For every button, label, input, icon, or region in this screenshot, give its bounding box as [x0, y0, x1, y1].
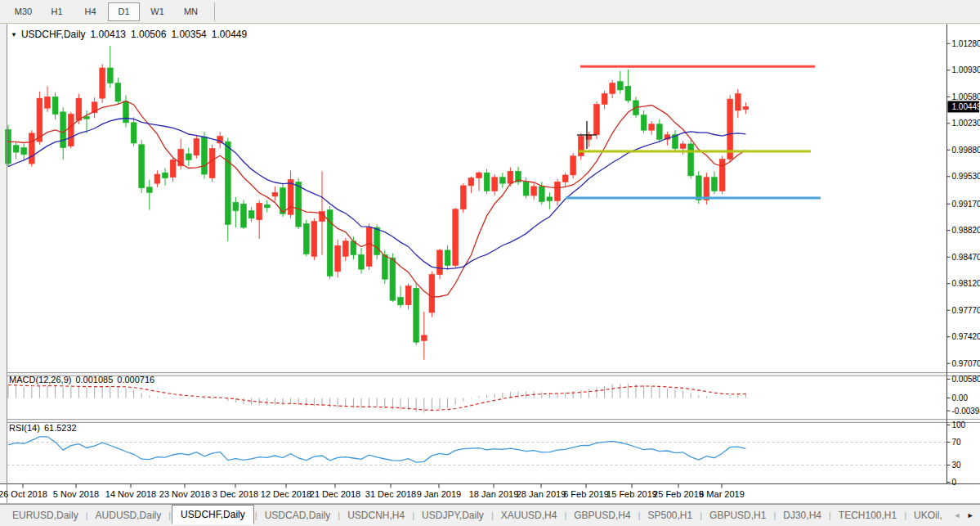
- candle-bull: [288, 180, 293, 215]
- candle-bull: [649, 124, 655, 130]
- symbol-tab-dj30-h4[interactable]: DJ30,H4: [776, 507, 828, 524]
- tab-scroll-left-icon[interactable]: ◄: [953, 505, 960, 526]
- candle-bull: [571, 156, 576, 175]
- symbol-tab-tech100-h1[interactable]: TECH100,H1: [832, 507, 903, 524]
- price-axis-label: 0.99530: [952, 172, 980, 181]
- macd-signal-value: 0.000716: [117, 375, 154, 384]
- candle-bull: [366, 227, 372, 266]
- candle-bear: [641, 115, 647, 131]
- symbol-tab-sp500-h1[interactable]: SP500,H1: [642, 507, 700, 524]
- date-axis-label: 3 Dec 2018: [213, 489, 258, 499]
- rsi-name: RSI(14): [9, 423, 40, 433]
- candle-bull: [727, 99, 733, 159]
- candle-bear: [60, 112, 66, 148]
- candle-bull: [578, 137, 584, 156]
- candle-bull: [437, 250, 443, 275]
- mt4-window: { "toolbar": { "timeframes": [ {"label":…: [0, 0, 980, 526]
- candle-bull: [508, 171, 513, 183]
- candle-bear: [13, 146, 19, 152]
- symbol-tab-usdjpy-daily[interactable]: USDJPY,Daily: [415, 507, 490, 524]
- candle-bull: [594, 105, 600, 135]
- symbol-tab-gbpusd-h4[interactable]: GBPUSD,H4: [567, 507, 637, 524]
- price-axis-label: 1.01280: [952, 39, 980, 48]
- candle-bull: [421, 335, 427, 341]
- candle-bear: [202, 137, 208, 175]
- candle-bull: [735, 94, 741, 110]
- candle-bear: [688, 144, 694, 176]
- date-axis-label: 9 Jan 2019: [417, 489, 461, 499]
- price-axis-label: 0.99170: [952, 200, 980, 209]
- candle-bear: [523, 182, 529, 196]
- candle-bull: [311, 222, 317, 257]
- candle-bear: [625, 86, 631, 101]
- symbol-tab-gbpusd-h1[interactable]: GBPUSD,H1: [703, 507, 772, 524]
- candle-bull: [477, 173, 482, 178]
- date-axis-label: 28 Jan 2019: [517, 489, 566, 499]
- candle-bull: [429, 275, 435, 312]
- chart-area[interactable]: 1.012801.009301.005801.002300.998800.995…: [0, 0, 980, 526]
- candle-bull: [531, 187, 537, 196]
- candle-bear: [414, 288, 419, 342]
- candle-bear: [696, 176, 701, 200]
- candle-bull: [492, 178, 498, 191]
- candle-bull: [468, 178, 474, 186]
- price-axis-label: 0.97770: [952, 306, 980, 315]
- candle-bear: [445, 250, 450, 266]
- candle-bear: [398, 297, 404, 304]
- candle-bull: [453, 209, 459, 266]
- candle-bull: [610, 83, 615, 94]
- date-axis-label: 23 Nov 2018: [159, 489, 210, 499]
- candle-bull: [602, 94, 607, 105]
- svg-text:1.00449: 1.00449: [952, 102, 980, 111]
- date-axis-label: 5 Nov 2018: [53, 489, 99, 499]
- candle-bull: [100, 68, 105, 98]
- svg-text:0: 0: [952, 478, 957, 487]
- candle-bear: [296, 182, 302, 227]
- macd-value: 0.001085: [75, 375, 113, 384]
- candle-bear: [359, 254, 365, 269]
- candle-bear: [52, 97, 58, 114]
- candle-bear: [241, 204, 247, 227]
- candle-bull: [704, 178, 709, 200]
- price-axis-label: 1.00580: [952, 92, 980, 101]
- price-axis-label: 0.98470: [952, 253, 980, 262]
- candle-bear: [21, 148, 27, 155]
- date-axis-label: 6 Feb 2019: [563, 489, 609, 499]
- macd-name: MACD(12,26,9): [9, 375, 71, 384]
- candle-bear: [163, 173, 168, 178]
- candle-bear: [712, 178, 718, 191]
- tab-scroll-right-icon[interactable]: ►: [967, 505, 974, 526]
- date-axis-label: 18 Jan 2019: [469, 489, 519, 499]
- candle-bull: [68, 115, 74, 146]
- candle-bear: [225, 142, 230, 224]
- candle-bull: [257, 203, 262, 219]
- date-axis-label: 31 Dec 2018: [365, 489, 416, 499]
- date-axis-label: 14 Nov 2018: [105, 489, 156, 499]
- candle-bull: [460, 186, 466, 209]
- svg-text:0.00: 0.00: [952, 393, 969, 402]
- chart-collapser-icon[interactable]: ▼: [11, 31, 17, 38]
- candle-bull: [76, 98, 82, 120]
- candle-bull: [743, 106, 749, 109]
- date-axis-label: 21 Dec 2018: [310, 489, 360, 499]
- svg-text:100: 100: [952, 420, 966, 429]
- ohlc-close: 1.00449: [212, 29, 247, 40]
- candle-bear: [248, 211, 254, 218]
- svg-text:70: 70: [952, 438, 962, 447]
- date-axis-label: 26 Oct 2018: [0, 489, 47, 499]
- symbol-tab-xauusd-h4[interactable]: XAUUSD,H4: [494, 507, 564, 524]
- candle-bear: [6, 129, 11, 164]
- symbol-tab-usdcad-daily[interactable]: USDCAD,Daily: [258, 507, 338, 524]
- candle-bull: [335, 245, 341, 272]
- symbol-tab-ukoil[interactable]: UKOil,: [907, 507, 949, 524]
- candle-bear: [390, 258, 396, 300]
- candle-bull: [170, 160, 176, 177]
- candle-bull: [562, 175, 568, 182]
- symbol-tab-usdchf-daily[interactable]: USDCHF,Daily: [172, 505, 254, 524]
- symbol-tab-audusd-daily[interactable]: AUDUSD,Daily: [89, 507, 168, 524]
- chart-header: ▼USDCHF,Daily1.004131.005061.003541.0044…: [11, 29, 247, 40]
- symbol-tab-usdcnh-h4[interactable]: USDCNH,H4: [341, 507, 411, 524]
- symbol-tab-eurusd-daily[interactable]: EURUSD,Daily: [6, 507, 85, 524]
- candle-bear: [186, 154, 191, 160]
- rsi-value: 61.5232: [44, 423, 77, 433]
